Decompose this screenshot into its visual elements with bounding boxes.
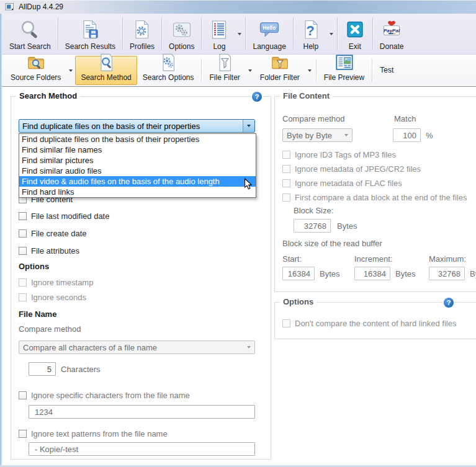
increment-label-row: Increment: bbox=[354, 254, 392, 264]
separator bbox=[372, 17, 373, 50]
file-attributes-checkbox[interactable] bbox=[19, 247, 27, 255]
language-label: Language bbox=[253, 42, 285, 51]
match-percent-input[interactable] bbox=[393, 128, 421, 142]
combobox-arrow-button[interactable] bbox=[243, 120, 254, 132]
log-dropdown-arrow[interactable] bbox=[235, 14, 244, 54]
file-preview-label: File Preview bbox=[324, 73, 364, 82]
search-method-dropdown-list: Find duplicate files on the basis of the… bbox=[19, 133, 256, 198]
increment-bytes-input[interactable] bbox=[354, 267, 390, 280]
folder-filter-icon bbox=[270, 53, 290, 73]
characters-input[interactable] bbox=[29, 362, 56, 376]
separator bbox=[201, 59, 202, 82]
start-bytes-label: Bytes bbox=[320, 269, 340, 278]
ignore-patterns-input[interactable] bbox=[29, 442, 255, 456]
maximum-bytes-input[interactable] bbox=[429, 267, 465, 280]
options-heading: Options bbox=[19, 262, 49, 271]
source-folders-button[interactable]: Source Folders bbox=[5, 56, 66, 85]
dropdown-option-highlighted[interactable]: Find video & audio files on the basis of… bbox=[19, 176, 256, 187]
file-preview-button[interactable]: File Preview bbox=[318, 56, 370, 85]
block-size-input[interactable] bbox=[294, 219, 331, 233]
file-filter-dropdown-arrow[interactable] bbox=[246, 55, 254, 86]
increment-bytes-label: Bytes bbox=[395, 269, 416, 278]
file-create-date-label: File create date bbox=[31, 229, 87, 238]
ignore-seconds-checkbox[interactable] bbox=[19, 293, 27, 301]
source-folders-icon bbox=[26, 53, 46, 73]
ignore-specific-characters-label: Ignore specific characters from the file… bbox=[31, 391, 190, 400]
dropdown-option[interactable]: Find duplicate files on the basis of the… bbox=[19, 134, 256, 145]
dropdown-option[interactable]: Find hard links bbox=[19, 187, 256, 197]
dropdown-option[interactable]: Find similar file names bbox=[19, 145, 256, 155]
search-method-button[interactable]: Search Method bbox=[75, 56, 137, 85]
dropdown-option[interactable]: Find similar audio files bbox=[19, 166, 256, 176]
first-compare-block-checkbox[interactable] bbox=[282, 193, 290, 202]
language-button[interactable]: Hello Language bbox=[247, 14, 291, 54]
profiles-button[interactable]: Profiles bbox=[124, 14, 160, 54]
dropdown-option[interactable]: Find similar pictures bbox=[19, 155, 256, 166]
start-search-button[interactable]: Start Search bbox=[4, 14, 56, 54]
search-options-button[interactable]: Search Options bbox=[137, 56, 200, 85]
maximum-bytes-label: Bytes bbox=[470, 269, 476, 278]
profiles-label: Profiles bbox=[130, 42, 155, 51]
profiles-icon bbox=[132, 18, 153, 42]
log-button[interactable]: Log bbox=[203, 14, 235, 54]
source-folders-dropdown-arrow[interactable] bbox=[66, 55, 75, 86]
ignore-text-patterns-checkbox[interactable] bbox=[19, 430, 27, 438]
compare-method-label: Compare method bbox=[19, 324, 81, 334]
block-size-label: Block Size: bbox=[294, 206, 333, 215]
separator bbox=[337, 17, 338, 50]
options-group: Options ? Don't compare the content of h… bbox=[274, 302, 476, 339]
search-method-group: Search Method ? Find duplicate files on … bbox=[11, 96, 271, 460]
ignore-characters-input[interactable] bbox=[29, 405, 255, 419]
hello-bubble-text: Hello bbox=[263, 25, 276, 31]
options-heading-row: Options bbox=[19, 262, 49, 271]
file-filter-button[interactable]: File Filter bbox=[204, 56, 245, 85]
file-modified-checkbox-row: File last modified date bbox=[19, 211, 109, 221]
test-button[interactable]: Test bbox=[374, 56, 399, 85]
ignore-flac-metadata-checkbox[interactable] bbox=[282, 179, 290, 187]
log-icon bbox=[209, 18, 230, 42]
ignore-specific-characters-checkbox[interactable] bbox=[19, 391, 27, 399]
search-method-help-icon[interactable]: ? bbox=[252, 92, 262, 102]
block-size-bytes-label: Bytes bbox=[337, 221, 357, 231]
ignore-patterns-row: Ignore text patterns from the file name bbox=[19, 429, 168, 438]
separator bbox=[161, 17, 162, 50]
test-label: Test bbox=[380, 66, 393, 74]
separator bbox=[245, 17, 246, 50]
file-create-date-checkbox[interactable] bbox=[19, 229, 27, 238]
file-create-checkbox-row: File create date bbox=[19, 229, 87, 238]
options-help-icon[interactable]: ? bbox=[444, 298, 454, 308]
exit-label: Exit bbox=[349, 42, 361, 51]
read-buffer-label-row: Block size of the read buffer bbox=[282, 239, 382, 248]
titlebar[interactable]: AllDup 4.4.29 bbox=[0, 0, 476, 14]
ignore-flac-metadata-label: Ignore metadata of FLAC files bbox=[295, 179, 402, 188]
start-bytes-input[interactable] bbox=[282, 267, 315, 280]
combobox-arrow-button bbox=[243, 341, 254, 354]
search-method-combobox[interactable]: Find duplicate files on the basis of the… bbox=[19, 119, 255, 133]
ignore-id3-checkbox[interactable] bbox=[282, 151, 290, 159]
file-content-group-title: File Content bbox=[280, 91, 333, 100]
options-button[interactable]: Options bbox=[163, 14, 200, 54]
ignore-jpeg-metadata-checkbox[interactable] bbox=[282, 165, 290, 173]
folder-filter-button[interactable]: Folder Filter bbox=[254, 56, 305, 85]
byte-by-byte-combobox[interactable]: Byte by Byte bbox=[282, 128, 353, 142]
file-last-modified-checkbox[interactable] bbox=[19, 212, 27, 220]
ignore-id3-label: Ignore ID3 Tags of MP3 files bbox=[295, 150, 396, 159]
search-options-label: Search Options bbox=[143, 73, 194, 82]
dont-compare-hard-linked-label: Don't compare the content of hard linked… bbox=[295, 319, 456, 328]
ignore-timestamp-checkbox[interactable] bbox=[19, 278, 27, 287]
folder-filter-dropdown-arrow[interactable] bbox=[305, 55, 314, 86]
help-label: Help bbox=[303, 42, 319, 51]
exit-icon bbox=[344, 18, 366, 42]
help-button[interactable]: ? Help bbox=[295, 14, 327, 54]
nav-toolbar: Source Folders Search Method Search Opti… bbox=[0, 55, 476, 87]
help-dropdown-arrow[interactable] bbox=[327, 14, 336, 54]
donate-button[interactable]: PayPal Donate bbox=[374, 14, 410, 54]
dont-compare-hard-linked-checkbox[interactable] bbox=[282, 319, 290, 327]
file-name-compare-combobox[interactable]: Compare all characters of a file name bbox=[19, 340, 255, 354]
donate-paypal-icon: PayPal bbox=[381, 18, 402, 42]
separator bbox=[201, 17, 202, 50]
start-label-row: Start: bbox=[282, 254, 302, 264]
exit-button[interactable]: Exit bbox=[339, 14, 371, 54]
folder-filter-label: Folder Filter bbox=[260, 73, 300, 82]
search-results-button[interactable]: Search Results bbox=[60, 14, 121, 54]
